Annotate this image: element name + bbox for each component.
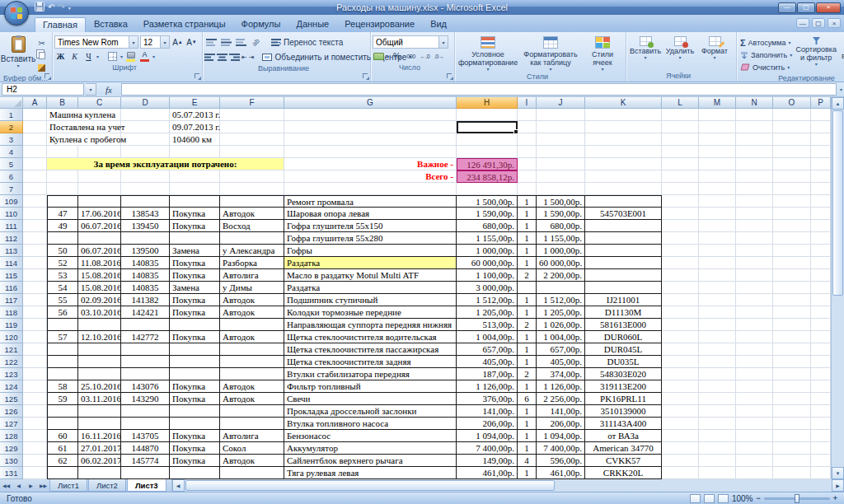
cell-C127[interactable]	[78, 418, 121, 430]
cell-B109[interactable]	[47, 195, 78, 208]
row-header-5[interactable]: 5	[0, 158, 23, 170]
cell-G126[interactable]: Прокладка дроссельной заслонки	[284, 405, 457, 418]
cell-B2[interactable]: Поставлена на учет	[47, 121, 121, 133]
cell-F128[interactable]: Автолига	[220, 430, 284, 442]
cell-F109[interactable]	[220, 195, 284, 208]
cell-H1[interactable]	[457, 109, 518, 121]
row-header-121[interactable]: 121	[0, 343, 23, 356]
cell-N124[interactable]	[736, 380, 773, 393]
cell-P130[interactable]	[811, 455, 831, 467]
cell-P129[interactable]	[811, 442, 831, 455]
cell-O109[interactable]	[773, 195, 811, 208]
cell-A118[interactable]	[23, 306, 47, 319]
cell-E119[interactable]	[170, 319, 220, 331]
decrease-decimal-icon[interactable]: .0→	[433, 50, 445, 63]
save-icon[interactable]	[35, 2, 45, 14]
page-break-view-icon[interactable]	[718, 494, 729, 503]
cell-C112[interactable]	[78, 232, 121, 245]
cell-M4[interactable]	[699, 146, 736, 158]
cell-M120[interactable]	[699, 331, 736, 343]
cell-P120[interactable]	[811, 331, 831, 343]
cell-G109[interactable]: Ремонт промвала	[284, 195, 457, 208]
cell-B111[interactable]: 49	[47, 220, 78, 232]
cell-F120[interactable]: Автодок	[220, 331, 284, 343]
row-header-119[interactable]: 119	[0, 319, 23, 331]
cell-I5[interactable]	[518, 158, 537, 170]
cell-C124[interactable]: 25.10.2016	[78, 380, 121, 393]
cell-A122[interactable]	[23, 356, 47, 368]
cell-A4[interactable]	[23, 146, 47, 158]
column-header-B[interactable]: B	[47, 97, 78, 109]
cell-A129[interactable]	[23, 442, 47, 455]
cell-H123[interactable]: 187,00р.	[457, 368, 518, 380]
cell-P115[interactable]	[811, 269, 831, 282]
cell-M5[interactable]	[699, 158, 736, 170]
insert-cells-button[interactable]: Вставить ▾	[628, 34, 663, 71]
undo-icon[interactable]: ↶	[48, 2, 54, 12]
row-header-117[interactable]: 117	[0, 294, 23, 306]
cell-N130[interactable]	[736, 455, 773, 467]
cell-B118[interactable]: 56	[47, 306, 78, 319]
cell-M114[interactable]	[699, 257, 736, 269]
cell-P124[interactable]	[811, 380, 831, 393]
cell-L114[interactable]	[662, 257, 699, 269]
cell-styles-button[interactable]: Стили ячеек ▾	[582, 34, 623, 72]
cell-L127[interactable]	[662, 418, 699, 430]
cell-O110[interactable]	[773, 208, 811, 220]
cell-N6[interactable]	[736, 170, 773, 183]
column-header-O[interactable]: O	[773, 97, 811, 109]
format-as-table-button[interactable]: Форматировать как таблицу ▾	[519, 34, 582, 72]
cell-I115[interactable]: 2	[518, 269, 537, 282]
cell-E124[interactable]: Покупка	[170, 380, 220, 393]
cell-D122[interactable]	[121, 356, 170, 368]
cell-D121[interactable]	[121, 343, 170, 356]
cell-L116[interactable]	[662, 282, 699, 294]
cell-M117[interactable]	[699, 294, 736, 306]
cell-K119[interactable]: 581613E000	[585, 319, 662, 331]
cell-H5[interactable]: 126 491,30р.	[457, 158, 518, 170]
cell-E117[interactable]: Покупка	[170, 294, 220, 306]
cell-K130[interactable]: CVKK57	[585, 455, 662, 467]
cell-I129[interactable]: 1	[518, 442, 537, 455]
cell-O126[interactable]	[773, 405, 811, 418]
name-box[interactable]: H2	[2, 83, 84, 96]
cell-A127[interactable]	[23, 418, 47, 430]
cell-L122[interactable]	[662, 356, 699, 368]
cell-E118[interactable]: Покупка	[170, 306, 220, 319]
cell-H113[interactable]: 1 000,00р.	[457, 245, 518, 257]
cell-C116[interactable]: 15.08.2016	[78, 282, 121, 294]
cell-K129[interactable]: American 34770	[585, 442, 662, 455]
cell-C110[interactable]: 17.06.2016	[78, 208, 121, 220]
cell-N3[interactable]	[736, 133, 773, 146]
cell-I131[interactable]: 1	[518, 467, 537, 479]
cell-B4[interactable]	[47, 146, 78, 158]
cell-I4[interactable]	[518, 146, 537, 158]
cell-G128[interactable]: Бензонасос	[284, 430, 457, 442]
cell-A124[interactable]	[23, 380, 47, 393]
cell-P113[interactable]	[811, 245, 831, 257]
cell-L118[interactable]	[662, 306, 699, 319]
cell-E127[interactable]	[170, 418, 220, 430]
cell-L125[interactable]	[662, 393, 699, 405]
alignment-dialog-launcher-icon[interactable]	[362, 72, 369, 80]
cell-B124[interactable]: 58	[47, 380, 78, 393]
cell-J129[interactable]: 7 400,00р.	[537, 442, 585, 455]
cell-H6[interactable]: 234 858,12р.	[457, 170, 518, 183]
cell-L111[interactable]	[662, 220, 699, 232]
column-header-G[interactable]: G	[284, 97, 457, 109]
cell-O114[interactable]	[773, 257, 811, 269]
cell-O125[interactable]	[773, 393, 811, 405]
cell-F122[interactable]	[220, 356, 284, 368]
cell-O6[interactable]	[773, 170, 811, 183]
name-box-dropdown-icon[interactable]: ▾	[86, 83, 96, 96]
workbook-close-icon[interactable]: ×	[828, 18, 841, 28]
row-header-118[interactable]: 118	[0, 306, 23, 319]
cell-D129[interactable]: 144870	[121, 442, 170, 455]
cell-A125[interactable]	[23, 393, 47, 405]
cell-G127[interactable]: Втулка топливного насоса	[284, 418, 457, 430]
cell-I111[interactable]: 1	[518, 220, 537, 232]
fill-color-icon[interactable]	[124, 50, 137, 63]
cell-H127[interactable]: 206,00р.	[457, 418, 518, 430]
clear-button[interactable]: Очистить▾	[738, 61, 794, 73]
cell-M122[interactable]	[699, 356, 736, 368]
